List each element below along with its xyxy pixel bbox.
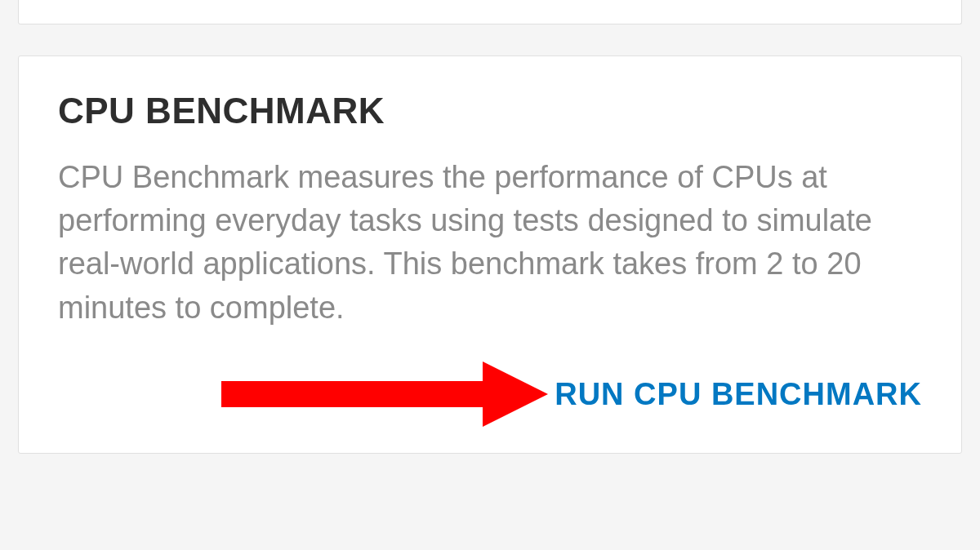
- card-description: CPU Benchmark measures the performance o…: [58, 156, 922, 330]
- card-title: CPU BENCHMARK: [58, 91, 922, 131]
- arrow-annotation-icon: [205, 353, 556, 435]
- svg-marker-1: [483, 361, 548, 427]
- run-cpu-benchmark-button[interactable]: RUN CPU BENCHMARK: [555, 370, 922, 419]
- previous-card-fragment: [18, 0, 962, 24]
- card-actions: RUN CPU BENCHMARK: [58, 370, 922, 419]
- cpu-benchmark-card: CPU BENCHMARK CPU Benchmark measures the…: [18, 55, 962, 454]
- svg-rect-0: [221, 381, 491, 407]
